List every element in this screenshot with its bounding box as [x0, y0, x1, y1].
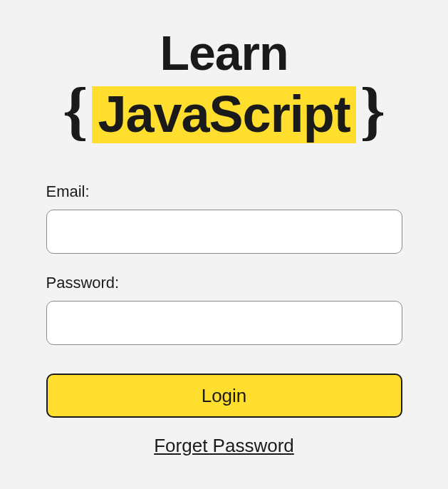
login-button[interactable]: Login [46, 374, 402, 418]
password-label: Password: [46, 274, 402, 292]
logo-line1: Learn [63, 29, 385, 77]
email-field[interactable] [46, 210, 402, 254]
logo-highlighted: JavaScript [92, 86, 355, 143]
brace-right: } [360, 78, 385, 143]
email-label: Email: [46, 182, 402, 201]
email-group: Email: [46, 182, 402, 254]
forget-password-link[interactable]: Forget Password [46, 435, 402, 457]
brace-left: { [63, 78, 88, 143]
password-group: Password: [46, 274, 402, 345]
logo: Learn { JavaScript } [63, 29, 385, 147]
login-form: Email: Password: Login Forget Password [46, 182, 402, 457]
password-field[interactable] [46, 301, 402, 345]
logo-line2: { JavaScript } [63, 83, 385, 147]
